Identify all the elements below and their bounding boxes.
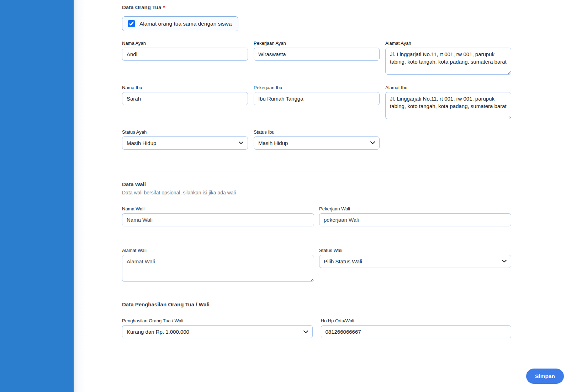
guardian-section-title: Data Wali xyxy=(122,181,511,188)
pekerjaan-ibu-label: Pekerjaan Ibu xyxy=(254,85,380,90)
field-alamat-ibu: Alamat Ibu Jl. Linggarjati No.11, rt 001… xyxy=(385,85,511,120)
field-pekerjaan-wali: Pekerjaan Wali xyxy=(319,206,511,226)
pekerjaan-wali-input[interactable] xyxy=(319,213,511,226)
alamat-wali-textarea[interactable] xyxy=(122,255,314,282)
field-alamat-ayah: Alamat Ayah Jl. Linggarjati No.11, rt 00… xyxy=(385,41,511,76)
pekerjaan-ayah-label: Pekerjaan Ayah xyxy=(254,41,380,46)
field-nama-ibu: Nama Ibu xyxy=(122,85,248,105)
status-ibu-select[interactable]: Masih Hidup xyxy=(254,136,380,150)
nama-wali-label: Nama Wali xyxy=(122,206,314,211)
main-content: Data Orang Tua * Alamat orang tua sama d… xyxy=(74,0,566,392)
penghasilan-select[interactable]: Kurang dari Rp. 1.000.000 xyxy=(122,325,313,338)
alamat-wali-label: Alamat Wali xyxy=(122,248,314,253)
nama-ibu-input[interactable] xyxy=(122,92,248,105)
same-address-checkbox-card[interactable]: Alamat orang tua sama dengan siswa xyxy=(122,16,238,31)
field-nama-wali: Nama Wali xyxy=(122,206,314,226)
field-status-ayah: Status Ayah Masih Hidup xyxy=(122,129,248,150)
required-asterisk: * xyxy=(163,4,165,10)
income-fields-row: Penghasilan Orang Tua / Wali Kurang dari… xyxy=(122,318,511,338)
field-penghasilan: Penghasilan Orang Tua / Wali Kurang dari… xyxy=(122,318,313,338)
same-address-checkbox[interactable] xyxy=(128,20,135,27)
status-wali-label: Status Wali xyxy=(319,248,511,253)
section-divider xyxy=(122,172,511,172)
field-status-wali: Status Wali Pilih Status Wali xyxy=(319,248,511,268)
no-hp-input[interactable] xyxy=(321,325,512,338)
penghasilan-label: Penghasilan Orang Tua / Wali xyxy=(122,318,313,323)
field-alamat-wali: Alamat Wali xyxy=(122,248,314,283)
same-address-checkbox-label[interactable]: Alamat orang tua sama dengan siswa xyxy=(139,21,232,27)
field-pekerjaan-ibu: Pekerjaan Ibu xyxy=(254,85,380,105)
parent-data-form: Data Orang Tua * Alamat orang tua sama d… xyxy=(122,4,511,338)
field-pekerjaan-ayah: Pekerjaan Ayah xyxy=(254,41,380,61)
alamat-ayah-textarea[interactable]: Jl. Linggarjati No.11, rt 001, rw 001, p… xyxy=(385,48,511,75)
field-nama-ayah: Nama Ayah xyxy=(122,41,248,61)
income-section-title: Data Penghasilan Orang Tua / Wali xyxy=(122,301,511,308)
status-ayah-label: Status Ayah xyxy=(122,129,248,135)
nama-ibu-label: Nama Ibu xyxy=(122,85,248,90)
field-no-hp: Ho Hp Ortu/Wali xyxy=(321,318,512,338)
no-hp-label: Ho Hp Ortu/Wali xyxy=(321,318,512,323)
section-divider xyxy=(122,293,511,293)
status-ibu-label: Status Ibu xyxy=(254,129,380,135)
status-wali-select[interactable]: Pilih Status Wali xyxy=(319,255,511,268)
alamat-ibu-label: Alamat Ibu xyxy=(385,85,511,90)
pekerjaan-ibu-input[interactable] xyxy=(254,92,380,105)
sidebar xyxy=(0,0,74,392)
parents-fields-grid: Nama Ayah Pekerjaan Ayah Alamat Ayah Jl.… xyxy=(122,41,511,150)
nama-ayah-label: Nama Ayah xyxy=(122,41,248,46)
alamat-ayah-label: Alamat Ayah xyxy=(385,41,511,46)
guardian-section-subtitle: Data wali bersifat opsional, silahkan is… xyxy=(122,190,511,195)
parents-section-title-text: Data Orang Tua xyxy=(122,4,162,10)
save-button[interactable]: Simpan xyxy=(526,369,564,384)
nama-ayah-input[interactable] xyxy=(122,48,248,61)
guardian-fields-row-1: Nama Wali Pekerjaan Wali xyxy=(122,206,511,226)
pekerjaan-wali-label: Pekerjaan Wali xyxy=(319,206,511,211)
alamat-ibu-textarea[interactable]: Jl. Linggarjati No.11, rt 001, rw 001, p… xyxy=(385,92,511,119)
guardian-fields-row-2: Alamat Wali Status Wali Pilih Status Wal… xyxy=(122,248,511,283)
field-status-ibu: Status Ibu Masih Hidup xyxy=(254,129,380,150)
parents-section-title: Data Orang Tua * xyxy=(122,4,511,11)
pekerjaan-ayah-input[interactable] xyxy=(254,48,380,61)
nama-wali-input[interactable] xyxy=(122,213,314,226)
status-ayah-select[interactable]: Masih Hidup xyxy=(122,136,248,150)
